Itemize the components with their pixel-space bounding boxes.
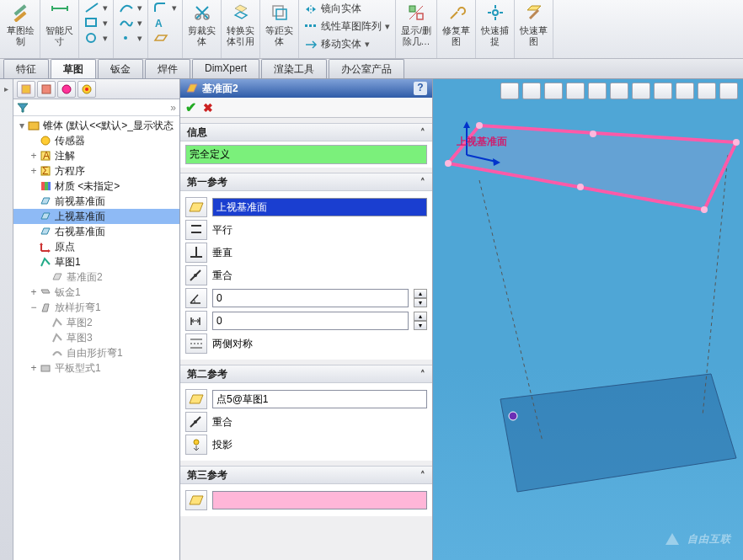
spin-up[interactable]: ▴ — [414, 289, 427, 298]
plane-tool[interactable] — [153, 32, 168, 44]
section-view-icon[interactable] — [566, 83, 585, 99]
tree-origin[interactable]: 原点 — [13, 239, 179, 254]
tree-top-plane[interactable]: 上视基准面 — [13, 209, 179, 224]
angle-icon[interactable] — [185, 288, 207, 308]
pattern-tool[interactable]: 线性草图阵列▾ — [304, 19, 390, 34]
section-info[interactable]: 信息˄ — [180, 123, 432, 141]
tree-label: 钣金1 — [55, 285, 81, 300]
fillet-tool[interactable]: ▾ — [153, 2, 177, 13]
prop-ok-row: ✔ ✖ — [180, 98, 432, 118]
perpendicular-icon[interactable] — [185, 243, 207, 263]
circle-tool[interactable]: ▾ — [84, 32, 108, 44]
tree-sensors[interactable]: 传感器 — [13, 133, 179, 148]
angle-input[interactable] — [212, 289, 409, 307]
section-ref1[interactable]: 第一参考˄ — [180, 173, 432, 191]
ok-button[interactable]: ✔ — [185, 99, 196, 115]
svg-rect-14 — [409, 6, 415, 12]
zoom-fit-icon[interactable] — [500, 83, 519, 99]
appearance-icon[interactable] — [654, 83, 672, 99]
spin-down[interactable]: ▾ — [414, 298, 427, 307]
scene-icon[interactable] — [676, 83, 694, 99]
spin-up[interactable]: ▴ — [414, 312, 427, 321]
tab-features[interactable]: 特征 — [3, 59, 49, 78]
ribbon-convert[interactable]: 转换实体引用 — [222, 0, 260, 58]
view-more-icon[interactable] — [719, 83, 738, 99]
display-style-icon[interactable] — [610, 83, 628, 99]
tree-sketch2[interactable]: 草图2 — [13, 315, 179, 330]
ref-entity-icon[interactable] — [185, 490, 207, 510]
tab-sheetmetal[interactable]: 钣金 — [98, 59, 143, 78]
tree-freeform[interactable]: 自由形折弯1 — [13, 345, 179, 360]
svg-rect-29 — [41, 182, 45, 190]
ribbon-smart-dim[interactable]: 智能尺寸 — [40, 0, 79, 58]
tree-sketch1[interactable]: 草图1 — [13, 254, 179, 269]
tree-front-plane[interactable]: 前视基准面 — [13, 194, 179, 209]
rect-tool[interactable]: ▾ — [84, 17, 108, 29]
distance-icon[interactable] — [185, 311, 207, 331]
tree-flatpattern[interactable]: +平板型式1 — [13, 360, 179, 376]
tree-label: 前视基准面 — [55, 195, 105, 209]
ribbon-label: 显示/删除几… — [401, 25, 431, 47]
view-settings-icon[interactable] — [698, 83, 716, 99]
tree-root[interactable]: ▾锥体 (默认<<默认>_显示状态 — [13, 118, 179, 133]
midplane-icon[interactable] — [185, 333, 207, 354]
coincident-icon[interactable] — [185, 412, 207, 432]
tab-dimxpert[interactable]: DimXpert — [192, 59, 259, 78]
ft-tab-prop[interactable] — [37, 81, 56, 98]
zoom-area-icon[interactable] — [522, 83, 541, 99]
ribbon-trim[interactable]: 剪裁实体 — [183, 0, 222, 58]
point-tool[interactable]: ▾ — [119, 32, 142, 44]
ft-tab-tree[interactable] — [17, 81, 35, 98]
ft-tab-display[interactable] — [78, 81, 96, 98]
ref3-selection[interactable] — [212, 491, 427, 509]
tree-sketch3[interactable]: 草图3 — [13, 330, 179, 345]
view-orient-icon[interactable] — [588, 83, 607, 99]
spin-down[interactable]: ▾ — [414, 321, 427, 330]
feature-tree[interactable]: ▾锥体 (默认<<默认>_显示状态 传感器 +A注解 +Σ方程序 材质 <未指定… — [13, 116, 179, 560]
tab-render[interactable]: 渲染工具 — [261, 59, 327, 78]
filter-icon[interactable] — [17, 102, 29, 114]
tree-loftbend[interactable]: −放样折弯1 — [13, 300, 179, 315]
ref-entity-icon[interactable] — [185, 197, 207, 217]
spline-tool[interactable]: ▾ — [119, 17, 142, 29]
tree-right-plane[interactable]: 右视基准面 — [13, 224, 179, 239]
ribbon-offset[interactable]: 等距实体 — [260, 0, 299, 58]
project-icon[interactable] — [185, 435, 207, 455]
help-button[interactable]: ? — [414, 82, 427, 95]
ref-entity-icon[interactable] — [185, 389, 207, 409]
rail-tab[interactable]: ▸ — [2, 84, 11, 93]
move-tool[interactable]: 移动实体▾ — [304, 37, 370, 51]
ft-tab-config[interactable] — [57, 81, 76, 98]
cancel-button[interactable]: ✖ — [203, 101, 213, 115]
ribbon-sketch-draw[interactable]: 草图绘制 — [2, 0, 40, 58]
section-ref3[interactable]: 第三参考˄ — [180, 466, 432, 484]
ribbon-show-del[interactable]: 显示/删除几… — [396, 0, 437, 58]
tree-material[interactable]: 材质 <未指定> — [13, 179, 179, 194]
hide-show-icon[interactable] — [632, 83, 650, 99]
distance-input[interactable] — [212, 312, 409, 330]
prev-view-icon[interactable] — [544, 83, 563, 99]
text-tool[interactable]: A — [153, 17, 168, 29]
expand-all[interactable]: » — [170, 102, 176, 114]
tree-plane2[interactable]: 基准面2 — [13, 269, 179, 285]
mirror-tool[interactable]: 镜向实体 — [304, 2, 361, 16]
ribbon-repair[interactable]: 修复草图 — [437, 0, 476, 58]
sketch-icon — [51, 316, 64, 329]
tree-equations[interactable]: +Σ方程序 — [13, 163, 179, 179]
graphics-viewport[interactable]: 上视基准面 自由互联 — [433, 79, 743, 560]
tab-sketch[interactable]: 草图 — [51, 59, 96, 78]
arc-tool[interactable]: ▾ — [119, 2, 142, 13]
tree-sheetmetal1[interactable]: +钣金1 — [13, 285, 179, 300]
coincident-icon[interactable] — [185, 265, 207, 285]
ribbon-quick-snap[interactable]: 快速捕捉 — [476, 0, 515, 58]
parallel-icon[interactable] — [185, 220, 207, 240]
tab-weldments[interactable]: 焊件 — [145, 59, 190, 78]
ref1-selection[interactable]: 上视基准面 — [212, 198, 427, 216]
tab-office[interactable]: 办公室产品 — [329, 59, 404, 78]
section-ref2[interactable]: 第二参考˄ — [180, 365, 432, 383]
ref2-selection[interactable]: 点5@草图1 — [212, 390, 427, 408]
ribbon-label: 智能尺寸 — [45, 25, 73, 47]
ribbon-quick-sketch[interactable]: 快速草图 — [515, 0, 553, 58]
tree-annotations[interactable]: +A注解 — [13, 148, 179, 163]
line-tool[interactable]: ▾ — [84, 2, 108, 13]
